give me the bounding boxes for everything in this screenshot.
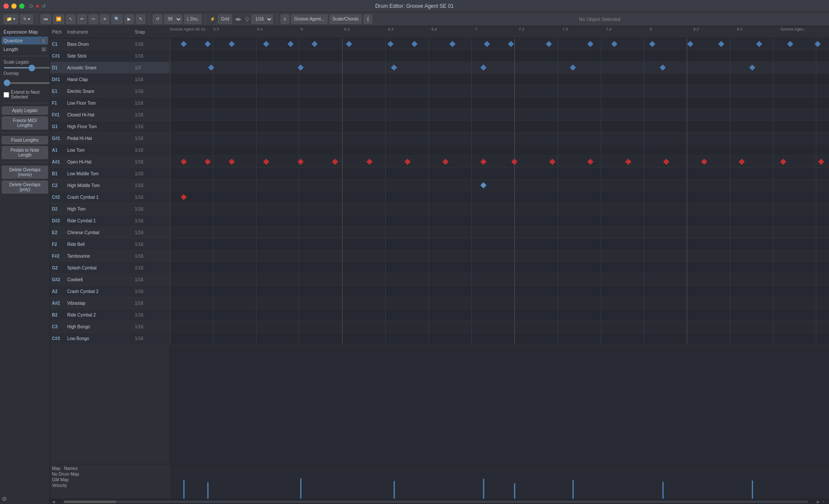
note-event-D1-2[interactable] [391,65,397,71]
window-controls[interactable]: ⊙ ■ ↺ [3,3,46,9]
note-event-As1-3[interactable] [263,159,269,165]
grid-row-Fs2[interactable] [170,250,829,262]
toolbar-btn-edit[interactable]: ✎ ▾ [20,14,33,24]
note-event-C1-7[interactable] [387,41,394,47]
toolbar-btn-grid[interactable]: Grid [218,14,232,24]
pedals-note-length-button[interactable]: Pedals to Note Length [2,146,48,159]
extend-next-checkbox[interactable] [3,92,9,98]
note-event-C1-16[interactable] [687,41,693,47]
note-event-As1-9[interactable] [480,159,486,165]
overlap-slider[interactable] [3,82,50,84]
grid-row-D1[interactable] [170,62,829,74]
note-event-C1-19[interactable] [787,41,793,47]
note-event-C1-18[interactable] [756,41,762,47]
extra-icon-3[interactable]: ↺ [41,3,46,9]
apply-legato-button[interactable]: Apply Legato [2,106,48,115]
note-event-C1-12[interactable] [546,41,552,47]
note-event-As1-10[interactable] [511,159,517,165]
note-event-D1-4[interactable] [570,65,576,71]
toolbar-btn-record[interactable]: ✎ [136,14,145,24]
note-event-As1-8[interactable] [442,159,449,165]
note-event-As1-1[interactable] [205,159,211,165]
note-event-As1-5[interactable] [332,159,338,165]
note-event-C1-9[interactable] [449,41,456,47]
note-event-D1-1[interactable] [298,65,304,71]
note-event-C1-10[interactable] [484,41,490,47]
note-event-C1-14[interactable] [611,41,617,47]
grid-row-A1[interactable] [170,144,829,156]
note-event-As1-6[interactable] [367,159,373,165]
grid-row-F1[interactable] [170,97,829,109]
note-event-D1-5[interactable] [660,65,666,71]
note-event-C1-6[interactable] [346,41,352,47]
note-event-C1-8[interactable] [411,41,418,47]
note-event-C1-13[interactable] [587,41,593,47]
toolbar-btn-frac[interactable]: ⅄ [281,14,289,24]
panel-item-expression[interactable]: Expression Map [2,28,48,36]
note-event-As1-14[interactable] [663,159,669,165]
note-event-As1-7[interactable] [404,159,411,165]
note-event-C1-2[interactable] [229,41,235,47]
toolbar-btn-quantize-type[interactable]: L Dru. [184,14,202,24]
note-event-As1-11[interactable] [549,159,555,165]
grid-row-Ds2[interactable] [170,215,829,227]
grid-row-E2[interactable] [170,227,829,238]
grid-row-G1[interactable] [170,121,829,133]
note-event-C1-20[interactable] [815,41,821,47]
note-event-As1-12[interactable] [587,159,593,165]
grid-row-C2[interactable] [170,180,829,191]
grid-row-Ds1[interactable] [170,74,829,85]
extra-icon-2[interactable]: ■ [36,3,39,9]
toolbar-btn-zoom[interactable]: 🔍 [111,14,123,24]
note-event-As1-13[interactable] [625,159,631,165]
note-event-C1-4[interactable] [287,41,293,47]
grid-row-As1[interactable] [170,156,829,168]
toolbar-btn-scale[interactable]: Scale/Chords [329,14,362,24]
note-event-C2-0[interactable] [480,182,486,188]
grid-area[interactable] [170,38,829,464]
grid-row-Cs2[interactable] [170,191,829,203]
grid-row-B2[interactable] [170,309,829,321]
grid-row-F2[interactable] [170,238,829,250]
note-event-As1-4[interactable] [298,159,304,165]
delete-overlaps-poly-button[interactable]: Delete Overlaps (poly) [2,180,48,194]
note-event-As1-0[interactable] [181,159,187,165]
grid-row-Cs1[interactable] [170,50,829,62]
note-event-As1-15[interactable] [701,159,707,165]
grid-row-C3[interactable] [170,321,829,333]
grid-row-D2[interactable] [170,203,829,215]
note-event-C1-11[interactable] [508,41,514,47]
fixed-lengths-button[interactable]: Fixed Lengths [2,136,48,144]
note-event-As1-2[interactable] [229,159,235,165]
grid-row-G2[interactable] [170,262,829,274]
toolbar-btn-draw[interactable]: ✏ [77,14,87,24]
grid-row-Cs3[interactable] [170,333,829,344]
toolbar-btn-piano[interactable]: 𝄞 [363,14,372,24]
grid-row-Gs2[interactable] [170,274,829,286]
scroll-plus[interactable]: + [822,500,824,504]
extra-icon-1[interactable]: ⊙ [29,3,33,9]
scroll-right-icon[interactable]: ▶ [817,500,820,504]
grid-row-Fs1[interactable] [170,109,829,121]
note-length-select[interactable]: 1/16 1/8 1/4 [251,14,273,24]
note-event-As1-17[interactable] [780,159,786,165]
note-event-As1-18[interactable] [818,159,824,165]
minimize-button[interactable] [11,3,17,9]
note-event-Cs2-0[interactable] [181,194,187,200]
delete-overlaps-mono-button[interactable]: Delete Overlaps (mono) [2,166,48,179]
note-event-C1-3[interactable] [263,41,269,47]
grid-row-C1[interactable] [170,38,829,50]
toolbar-btn-folder[interactable]: 📁 ▾ [3,14,18,24]
toolbar-btn-prev[interactable]: ⏪ [53,14,64,24]
toolbar-btn-loop[interactable]: ↺ [153,14,162,24]
note-event-C1-5[interactable] [312,41,318,47]
grid-row-Gs1[interactable] [170,133,829,144]
grid-row-A2[interactable] [170,286,829,297]
note-event-C1-0[interactable] [181,41,187,47]
toolbar-btn-close[interactable]: ✕ [100,14,110,24]
toolbar-btn-select[interactable]: ↖ [66,14,75,24]
note-event-D1-6[interactable] [749,65,755,71]
toolbar-btn-rewind[interactable]: ⏮ [41,14,51,24]
panel-item-length[interactable]: Length L [2,45,48,53]
grid-row-B1[interactable] [170,168,829,180]
